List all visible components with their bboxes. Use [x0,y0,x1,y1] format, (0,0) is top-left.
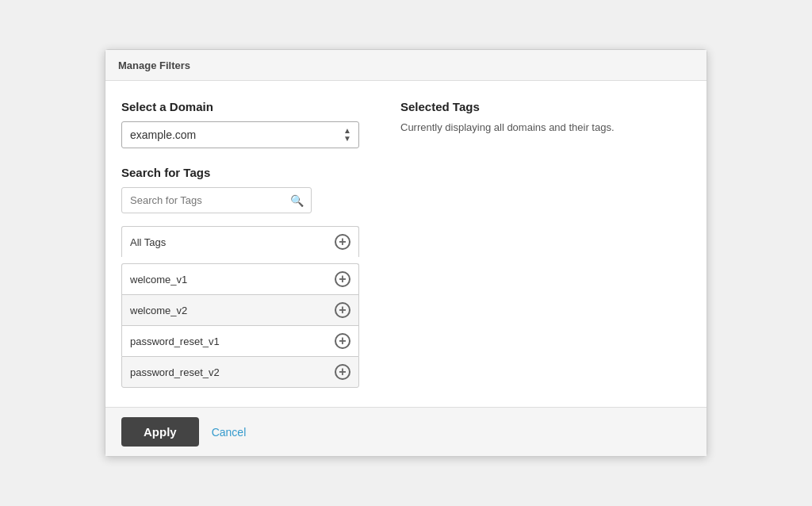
tag-item[interactable]: welcome_v2 + [121,294,359,325]
selected-tags-description: Currently displaying all domains and the… [400,121,691,133]
add-tag-icon[interactable]: + [335,333,350,349]
search-wrapper: 🔍 [121,187,312,213]
add-tag-icon[interactable]: + [335,271,350,287]
tag-item-label: All Tags [130,236,166,248]
tag-item[interactable]: password_reset_v1 + [121,325,359,356]
add-tag-icon[interactable]: + [335,234,350,250]
tag-item-label: welcome_v2 [130,305,187,316]
search-input[interactable] [121,187,312,213]
apply-button[interactable]: Apply [121,417,199,447]
domain-section-label: Select a Domain [121,100,375,113]
manage-filters-dialog: Manage Filters Select a Domain example.c… [105,49,707,457]
cancel-button[interactable]: Cancel [212,426,247,439]
domain-select-wrapper: example.com All Domains ▲ ▼ [121,121,359,148]
right-panel: Selected Tags Currently displaying all d… [400,100,691,388]
tag-item[interactable]: password_reset_v2 + [121,356,359,388]
tag-item-label: password_reset_v1 [130,335,220,347]
tag-group: welcome_v1 + welcome_v2 + password_reset… [121,263,359,388]
tag-list-spacer [121,257,359,263]
tag-list: All Tags + welcome_v1 + welcome_v2 + [121,226,359,388]
tag-item[interactable]: welcome_v1 + [121,263,359,294]
selected-tags-title: Selected Tags [400,100,691,113]
search-section-label: Search for Tags [121,166,375,179]
tag-item-label: password_reset_v2 [130,366,220,378]
dialog-title: Manage Filters [118,59,190,71]
tag-item-label: welcome_v1 [130,274,187,286]
dialog-footer: Apply Cancel [105,407,707,456]
dialog-body: Select a Domain example.com All Domains … [105,81,707,407]
dialog-header: Manage Filters [105,50,707,81]
add-tag-icon[interactable]: + [335,364,350,380]
domain-select[interactable]: example.com All Domains [121,121,359,148]
left-panel: Select a Domain example.com All Domains … [121,100,375,388]
add-tag-icon[interactable]: + [335,302,350,318]
tag-item-all-tags[interactable]: All Tags + [121,226,359,257]
